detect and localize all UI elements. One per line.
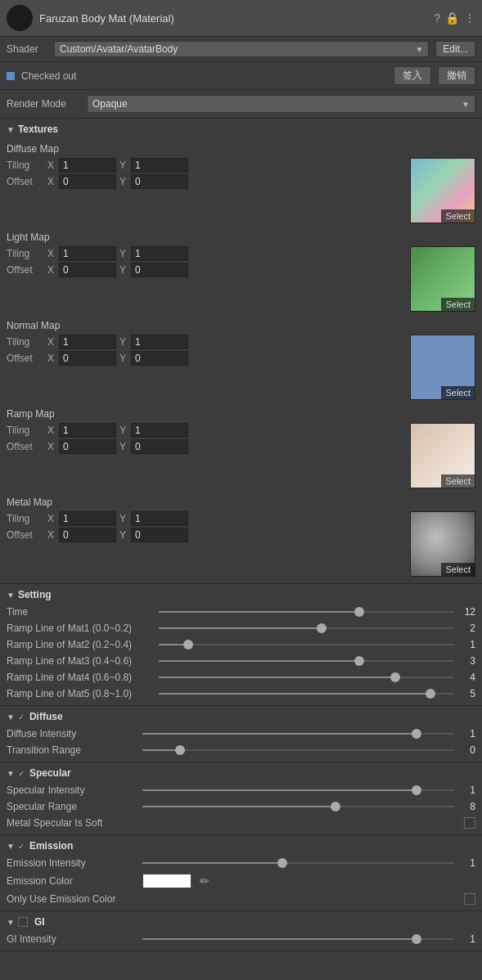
normal-tiling-row: Tiling X Y <box>7 335 403 349</box>
metal-specular-checkbox[interactable] <box>464 817 475 829</box>
metal-tiling-x[interactable] <box>59 511 116 526</box>
diffuse-intensity-label: Diffuse Intensity <box>7 728 137 739</box>
diffuse-header[interactable]: ▼ ✓ Diffuse <box>0 706 482 726</box>
shader-dropdown[interactable]: Custom/Avatar/AvatarBody ▼ <box>54 41 429 57</box>
diffuse-offset-x[interactable] <box>59 174 116 189</box>
light-map-label: Light Map <box>7 227 475 246</box>
emission-check: ✓ <box>18 842 25 851</box>
specular-intensity-slider[interactable] <box>142 789 454 791</box>
tiling-label-4: Tiling <box>7 425 44 436</box>
offset-label-3: Offset <box>7 353 44 364</box>
normal-offset-row: Offset X Y <box>7 351 403 366</box>
offset-label-2: Offset <box>7 264 44 276</box>
diffuse-select-btn[interactable]: Select <box>441 209 475 223</box>
normal-select-btn[interactable]: Select <box>441 386 475 399</box>
ramp-mat3-row: Ramp Line of Mat3 (0.4~0.6) 3 <box>0 653 482 669</box>
normal-tiling-y[interactable] <box>131 335 188 349</box>
specular-range-slider[interactable] <box>142 806 454 807</box>
light-tiling-row: Tiling X Y <box>7 246 403 261</box>
emission-header[interactable]: ▼ ✓ Emission <box>0 835 482 855</box>
render-mode-row: Render Mode Opaque ▼ <box>0 90 482 119</box>
specular-intensity-row: Specular Intensity 1 <box>0 782 482 798</box>
light-tiling-y[interactable] <box>131 246 188 261</box>
transition-range-slider[interactable] <box>142 749 454 751</box>
ramp-thumbnail: Select <box>410 423 475 488</box>
setting-title: Setting <box>18 589 52 600</box>
ramp-mat3-slider[interactable] <box>159 660 454 662</box>
metal-select-btn[interactable]: Select <box>441 563 475 576</box>
setting-section: ▼ Setting Time 12 Ramp Line of Mat1 (0.0… <box>0 584 482 706</box>
menu-icon[interactable]: ⋮ <box>464 11 475 25</box>
ramp-tiling-y[interactable] <box>131 423 188 438</box>
specular-range-value: 8 <box>459 801 475 812</box>
eyedropper-icon[interactable]: ✏ <box>200 874 209 888</box>
emission-intensity-slider[interactable] <box>142 862 454 864</box>
ramp-offset-row: Offset X Y <box>7 439 403 454</box>
ramp-mat2-row: Ramp Line of Mat2 (0.2~0.4) 1 <box>0 636 482 653</box>
ramp-offset-x[interactable] <box>59 439 116 454</box>
diffuse-intensity-row: Diffuse Intensity 1 <box>0 726 482 742</box>
checked-out-label: Checked out <box>21 70 387 82</box>
textures-section: ▼ Textures Diffuse Map Tiling X Y Offset… <box>0 119 482 584</box>
metal-tiling-y[interactable] <box>131 511 188 526</box>
light-thumbnail: Select <box>410 246 475 312</box>
cancel-button[interactable]: 撤销 <box>438 66 475 85</box>
diffuse-intensity-slider[interactable] <box>142 733 454 735</box>
metal-map-group: Metal Map Tiling X Y Offset X Y <box>0 492 482 580</box>
normal-tiling-x[interactable] <box>59 335 116 349</box>
render-mode-label: Render Mode <box>7 98 80 110</box>
ramp-offset-y[interactable] <box>131 439 188 454</box>
tiling-label-3: Tiling <box>7 336 44 348</box>
emission-color-swatch[interactable] <box>142 874 191 888</box>
ramp-map-fields: Tiling X Y Offset X Y <box>7 423 403 456</box>
light-offset-y[interactable] <box>131 263 188 277</box>
light-map-group: Light Map Tiling X Y Offset X Y <box>0 227 482 315</box>
diffuse-tiling-x[interactable] <box>59 158 116 173</box>
light-offset-x[interactable] <box>59 263 116 277</box>
ramp-mat1-slider[interactable] <box>159 627 454 629</box>
ramp-tiling-row: Tiling X Y <box>7 423 403 438</box>
specular-title: Specular <box>29 767 71 779</box>
metal-offset-row: Offset X Y <box>7 528 403 542</box>
gi-checkbox[interactable] <box>18 917 28 927</box>
gi-intensity-value: 1 <box>459 933 475 945</box>
metal-offset-y[interactable] <box>131 528 188 542</box>
diffuse-offset-row: Offset X Y <box>7 174 403 189</box>
ramp-mat1-label: Ramp Line of Mat1 (0.0~0.2) <box>7 623 154 634</box>
metal-specular-row: Metal Specular Is Soft <box>0 815 482 831</box>
normal-offset-y[interactable] <box>131 351 188 366</box>
gi-header[interactable]: ▼ GI <box>0 911 482 931</box>
time-value: 12 <box>459 606 475 618</box>
setting-header[interactable]: ▼ Setting <box>0 584 482 604</box>
window-header: Faruzan Body Mat (Material) ? 🔒 ⋮ <box>0 0 482 37</box>
time-slider[interactable] <box>159 611 454 613</box>
ramp-tiling-x[interactable] <box>59 423 116 438</box>
edit-button[interactable]: Edit... <box>435 41 475 57</box>
render-mode-dropdown[interactable]: Opaque ▼ <box>87 95 475 113</box>
emission-intensity-label: Emission Intensity <box>7 857 137 869</box>
diffuse-title: Diffuse <box>29 711 63 722</box>
gi-intensity-slider[interactable] <box>142 938 454 940</box>
ramp-mat4-slider[interactable] <box>159 677 454 678</box>
metal-thumbnail: Select <box>410 511 475 577</box>
diffuse-offset-y[interactable] <box>131 174 188 189</box>
ramp-mat1-row: Ramp Line of Mat1 (0.0~0.2) 2 <box>0 620 482 636</box>
sign-in-button[interactable]: 签入 <box>394 66 431 85</box>
ramp-mat2-slider[interactable] <box>159 644 454 645</box>
avatar-icon <box>7 5 33 31</box>
light-select-btn[interactable]: Select <box>441 298 475 311</box>
ramp-mat5-slider[interactable] <box>159 693 454 695</box>
metal-offset-x[interactable] <box>59 528 116 542</box>
specular-header[interactable]: ▼ ✓ Specular <box>0 762 482 782</box>
checked-dot <box>7 72 15 80</box>
diffuse-tiling-y[interactable] <box>131 158 188 173</box>
normal-offset-x[interactable] <box>59 351 116 366</box>
light-map-fields: Tiling X Y Offset X Y <box>7 246 403 279</box>
help-icon[interactable]: ? <box>434 11 440 25</box>
textures-header[interactable]: ▼ Textures <box>0 119 482 138</box>
normal-thumbnail: Select <box>410 335 475 400</box>
lock-icon[interactable]: 🔒 <box>445 11 459 25</box>
ramp-select-btn[interactable]: Select <box>441 474 475 488</box>
only-emission-checkbox[interactable] <box>464 893 475 905</box>
light-tiling-x[interactable] <box>59 246 116 261</box>
